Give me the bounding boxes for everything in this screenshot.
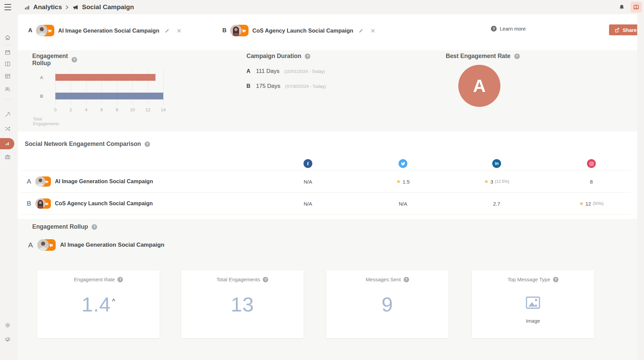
rollup-detail-title: Engagement Rollup (32, 223, 88, 230)
overview-section: Engagement Rollup ? A B 02468101214 Tota… (18, 50, 637, 132)
magic-wand-icon (4, 111, 11, 118)
campaign-a-name: AI Image Generation Social Campaign (58, 27, 159, 34)
engagement-rate-value: 1.4^ (37, 293, 160, 316)
campaign-b-avatar (230, 25, 249, 36)
bar-chart-icon (24, 4, 30, 10)
bar-campaign-b (55, 93, 163, 99)
sidebar-item-analytics-active[interactable] (0, 138, 14, 149)
help-badge-icon[interactable]: ? (117, 277, 123, 282)
help-badge-icon[interactable]: ? (514, 54, 520, 59)
card-total-engagements: Total Engagements? 13 (181, 270, 303, 338)
close-icon (370, 28, 375, 33)
top-bar: Analytics Social Campaign (0, 0, 644, 14)
duration-row-b: B 175 Days (07/30/2024 - Today) (246, 83, 326, 90)
sidebar-item-home[interactable] (0, 31, 15, 43)
book-columns-icon (4, 60, 11, 68)
help-badge-icon[interactable]: ? (404, 277, 409, 282)
help-badge-icon[interactable]: ? (305, 54, 310, 59)
breadcrumb-analytics[interactable]: Analytics (33, 3, 62, 11)
best-rate-title: Best Engagement Rate (446, 53, 511, 60)
share-button[interactable]: Share (609, 24, 637, 35)
share-icon (614, 27, 620, 33)
x-axis-ticks: 02468101214 (55, 107, 163, 113)
help-badge-icon[interactable]: ? (72, 57, 77, 62)
chevron-right-icon (65, 5, 69, 10)
sidebar-nav: ? (0, 14, 15, 360)
star-icon: ★ (484, 178, 489, 185)
book-icon (633, 4, 640, 11)
analytics-bars-icon (4, 140, 11, 147)
sidebar-item-calendar[interactable] (0, 46, 15, 58)
campaign-b-header: B CoS Agency Launch Social Campaign (222, 24, 377, 37)
remove-campaign-b-button[interactable] (369, 26, 377, 35)
chart-title: Engagement Rollup (32, 53, 68, 67)
campaign-a-header: A AI Image Generation Social Campaign (28, 24, 183, 37)
avatar-photo (35, 198, 45, 209)
hamburger-menu-icon[interactable] (3, 3, 12, 11)
star-icon: ★ (396, 178, 401, 185)
help-badge-icon[interactable]: ? (553, 277, 558, 282)
comparison-row-a: A AI Image Generation Social Campaign N/… (18, 171, 637, 192)
campaign-b-avatar (35, 198, 51, 209)
y-tick-b: B (32, 94, 51, 99)
sidebar-item-whats-new[interactable] (0, 333, 15, 345)
layout-icon (4, 73, 11, 80)
megaphone-icon (4, 336, 11, 343)
star-icon: ★ (579, 201, 584, 207)
sidebar-item-layout[interactable] (0, 70, 15, 82)
comparison-row-b: B CoS Agency Launch Social Campaign N/A … (18, 193, 637, 214)
comparison-title: Social Network Engagement Comparison (25, 140, 141, 148)
caret-up-icon: ^ (112, 298, 115, 304)
campaign-a-avatar (36, 25, 54, 36)
remove-campaign-a-button[interactable] (175, 26, 183, 35)
campaign-a-avatar (37, 239, 56, 251)
campaign-a-avatar (35, 176, 51, 187)
campaign-b-letter: B (222, 27, 226, 34)
megaphone-icon (72, 4, 79, 11)
pencil-icon (358, 28, 364, 34)
bell-icon[interactable] (618, 3, 626, 11)
learn-more-link[interactable]: ? Learn more (491, 26, 526, 32)
image-icon (472, 295, 594, 310)
sidebar-item-workspace[interactable] (0, 151, 15, 163)
sidebar-item-team[interactable] (0, 83, 15, 95)
sidebar-item-ai-assistant[interactable] (0, 108, 15, 120)
card-top-message-type: Top Message Type? Image (472, 270, 594, 338)
sidebar-item-content[interactable] (0, 58, 15, 70)
top-message-type-value: Image (472, 318, 594, 324)
avatar-photo (35, 176, 45, 187)
campaign-duration: Campaign Duration ? A 111 Days (10/01/20… (246, 53, 326, 90)
help-badge-icon[interactable]: ? (263, 277, 268, 282)
rollup-campaign-header: A AI Image Generation Social Campaign (28, 239, 164, 251)
sidebar-item-shuffle[interactable] (0, 122, 15, 135)
people-icon (4, 86, 11, 93)
home-icon (4, 34, 11, 41)
shuffle-icon (4, 125, 11, 132)
cell-b-facebook: N/A (303, 201, 312, 207)
avatar-photo (37, 239, 49, 251)
breadcrumb-social-campaign[interactable]: Social Campaign (82, 3, 134, 11)
cell-b-instagram: ★12(50%) (579, 201, 604, 207)
bar-campaign-a (55, 74, 155, 81)
pencil-icon (164, 28, 170, 34)
help-badge-icon[interactable]: ? (145, 141, 150, 147)
duration-row-a: A 111 Days (10/01/2024 - Today) (246, 68, 326, 75)
card-messages-sent: Messages Sent? 9 (326, 270, 448, 338)
sidebar-item-settings[interactable] (0, 319, 15, 331)
x-axis-label: Total Engagements (33, 117, 59, 126)
cell-a-instagram: 8 (590, 179, 593, 185)
cell-b-twitter: N/A (399, 201, 407, 207)
best-campaign-badge: A (458, 65, 500, 107)
duration-title: Campaign Duration (246, 53, 301, 60)
edit-campaign-a-button[interactable] (163, 26, 171, 35)
docs-book-button[interactable] (630, 2, 642, 13)
edit-campaign-b-button[interactable] (357, 26, 365, 35)
y-tick-a: A (32, 75, 51, 80)
facebook-icon: f (303, 159, 312, 168)
cell-a-facebook: N/A (303, 179, 312, 185)
messages-sent-value: 9 (326, 293, 448, 316)
main-panel: A AI Image Generation Social Campaign B … (18, 14, 637, 360)
gear-icon (4, 322, 11, 329)
engagement-rollup-detail: Engagement Rollup ? A AI Image Generatio… (18, 219, 637, 360)
help-badge-icon[interactable]: ? (92, 224, 97, 230)
